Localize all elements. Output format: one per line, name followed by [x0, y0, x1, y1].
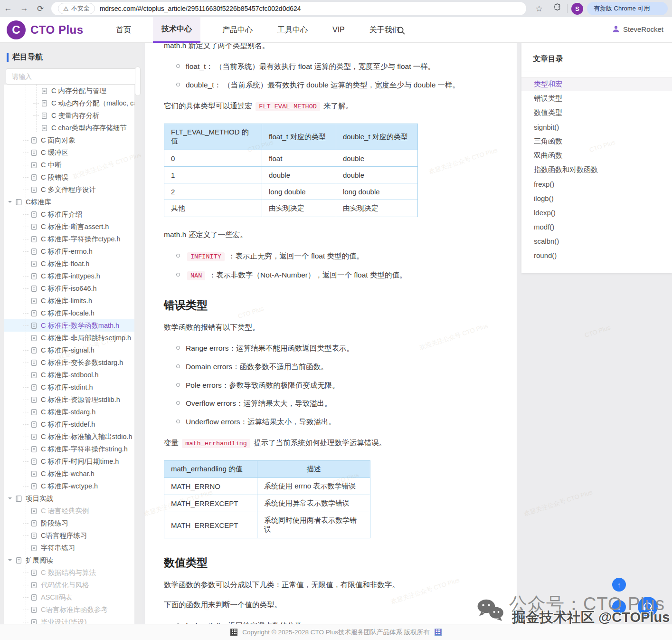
nav-item[interactable]: 首页 — [113, 17, 134, 43]
sidebar-item[interactable]: C语言标准库函数参考 — [4, 603, 134, 616]
sidebar-item[interactable]: C 标准库-标准输入输出stdio.h — [4, 430, 134, 443]
sidebar-item[interactable]: C 标准库-stddef.h — [4, 418, 134, 430]
doc-icon — [41, 100, 48, 107]
nav-item[interactable]: 工具中心 — [274, 17, 311, 43]
sidebar-item[interactable]: C 标准库-断言assert.h — [4, 220, 134, 233]
scroll-to-bottom-button[interactable]: ↓ — [612, 600, 626, 614]
doc-icon — [30, 162, 38, 169]
sidebar-item[interactable]: 毕业设计(毕设) — [4, 616, 134, 624]
security-chip[interactable]: ⚠ 不安全 — [58, 3, 95, 14]
nav-item[interactable]: 产品中心 — [219, 17, 256, 43]
doc-icon — [30, 359, 38, 366]
sidebar-item[interactable]: C 标准库-非局部跳转setjmp.h — [4, 332, 134, 344]
sidebar-item[interactable]: C 标准库-资源管理stdlib.h — [4, 393, 134, 406]
doc-icon — [30, 174, 38, 181]
sidebar-item[interactable]: C 标准库-数学函数math.h — [4, 319, 134, 332]
toc-item[interactable]: round() — [521, 248, 672, 262]
copyright-text: Copyright © 2025-2028 CTO Plus技术服务团队产品体系… — [242, 628, 430, 637]
forward-icon[interactable]: → — [16, 4, 32, 13]
reload-icon[interactable]: ⟳ — [32, 4, 48, 14]
toc-item[interactable]: 三角函数 — [521, 134, 672, 148]
sidebar-item[interactable]: C 标准库-wchar.h — [4, 468, 134, 480]
sidebar-search-input[interactable] — [6, 68, 138, 85]
qr-icon-color — [435, 629, 442, 636]
sidebar-item[interactable]: C 标准库-wctype.h — [4, 480, 134, 492]
chrome-update-button[interactable]: 有新版 Chrome 可用 — [587, 2, 668, 15]
user-menu[interactable]: SteveRocket — [612, 25, 663, 33]
toc-item[interactable]: frexp() — [521, 177, 672, 191]
sidebar-item[interactable]: C 标准库-stdint.h — [4, 381, 134, 393]
sidebar-item[interactable]: C 中断 — [4, 159, 134, 171]
bookmark-star-icon[interactable]: ☆ — [531, 4, 547, 14]
sidebar-item[interactable]: C char类型内存存储细节 — [4, 122, 134, 134]
nav-item[interactable]: VIP — [330, 17, 348, 43]
sidebar-item[interactable]: C 标准库-locale.h — [4, 307, 134, 319]
sidebar-item[interactable]: C 标准库-iso646.h — [4, 282, 134, 295]
sidebar-item[interactable]: C 标准库-float.h — [4, 258, 134, 270]
sidebar-item[interactable]: C 缓冲区 — [4, 146, 134, 159]
table-header-row: FLT_EVAL_METHOD 的值float_t 对应的类型double_t … — [164, 124, 418, 150]
sidebar-item-label: 字符串练习 — [41, 544, 76, 553]
sidebar-item[interactable]: C 数据结构与算法 — [4, 566, 134, 579]
sidebar-item[interactable]: C 标准库介绍 — [4, 208, 134, 220]
sidebar-item[interactable]: C 变量内存分析 — [4, 109, 134, 122]
toc-item[interactable]: 指数函数和对数函数 — [521, 162, 672, 177]
toc-item[interactable]: 双曲函数 — [521, 148, 672, 162]
sidebar-item[interactable]: C语言程序练习 — [4, 529, 134, 542]
toc-item[interactable]: modf() — [521, 220, 672, 234]
sidebar-item[interactable]: C 多文件程序设计 — [4, 183, 134, 196]
sidebar-item[interactable]: C标准库 — [4, 196, 134, 208]
sidebar-item[interactable]: C 标准库-stdarg.h — [4, 406, 134, 418]
toc-item[interactable]: ilogb() — [521, 191, 672, 205]
caret-down-icon[interactable] — [8, 496, 14, 501]
title-accent-bar — [7, 53, 9, 62]
caret-down-icon[interactable] — [8, 558, 14, 563]
sidebar-item[interactable]: C 标准库-signal.h — [4, 344, 134, 356]
sidebar-item[interactable]: C 标准库-errno.h — [4, 245, 134, 258]
sidebar-item[interactable]: C 标准库-limits.h — [4, 295, 134, 307]
toc-item[interactable]: 类型和宏 — [521, 77, 672, 91]
sidebar-item[interactable]: 字符串练习 — [4, 542, 134, 554]
url-bar[interactable]: ⚠ 不安全 mdrsec.com/#/ctoplus_article/29511… — [51, 2, 526, 15]
sidebar-item[interactable]: C 标准库-变长参数stdarg.h — [4, 356, 134, 369]
sidebar-item[interactable]: 代码优化与风格 — [4, 579, 134, 591]
sidebar-item[interactable]: C 标准库-字符操作ctype.h — [4, 233, 134, 245]
sidebar-item[interactable]: C 标准库-字符串操作string.h — [4, 443, 134, 455]
sidebar-item[interactable]: 扩展阅读 — [4, 554, 134, 566]
toc-item[interactable]: ldexp() — [521, 205, 672, 220]
browser-profile-avatar[interactable]: S — [571, 3, 583, 15]
sidebar-item[interactable]: C 标准库-时间/日期time.h — [4, 455, 134, 468]
security-label: 不安全 — [71, 4, 90, 13]
sidebar-item[interactable]: 阶段练习 — [4, 517, 134, 529]
logo[interactable]: C CTO Plus — [7, 20, 84, 39]
inline-code: math_errhandling — [182, 439, 250, 448]
customer-service-button[interactable] — [638, 597, 658, 617]
nav-item[interactable]: 技术中心 — [153, 17, 200, 43]
search-icon[interactable] — [396, 26, 406, 35]
sidebar-scrollbar[interactable] — [135, 67, 141, 96]
sidebar-item-label: 毕业设计(毕设) — [41, 618, 87, 624]
sidebar-item[interactable]: 项目实战 — [4, 492, 134, 505]
toolbar-divider — [567, 4, 568, 13]
toc-item[interactable]: 错误类型 — [521, 91, 672, 105]
sidebar-item[interactable]: C 语言经典实例 — [4, 505, 134, 517]
back-icon[interactable]: ← — [0, 4, 16, 13]
sidebar-item[interactable]: C 标准库-inttypes.h — [4, 270, 134, 282]
sidebar-item[interactable]: C 内存分配与管理 — [4, 85, 134, 97]
sidebar-item[interactable]: C 标准库-stdbool.h — [4, 369, 134, 381]
sidebar-item[interactable]: C 段错误 — [4, 171, 134, 183]
doc-icon — [30, 211, 38, 218]
toc-item[interactable]: scalbn() — [521, 234, 672, 248]
sidebar-item[interactable]: ASCII码表 — [4, 591, 134, 603]
extensions-icon[interactable] — [551, 3, 563, 14]
sidebar-item[interactable]: C 动态内存分配（malloc, ca... — [4, 97, 134, 109]
scroll-to-top-button[interactable]: ↑ — [612, 578, 626, 592]
toc-item[interactable]: signbit() — [521, 120, 672, 134]
toc-item[interactable]: 数值类型 — [521, 105, 672, 120]
puzzle-icon — [553, 3, 561, 11]
classify-function-list: fpclassify()：返回给定浮点数的分类。isfinite()：如果参数不… — [175, 621, 498, 624]
caret-down-icon[interactable] — [8, 200, 14, 204]
sidebar-item-label: C 中断 — [41, 161, 62, 170]
sidebar-item[interactable]: C 面向对象 — [4, 134, 134, 146]
doc-icon — [30, 606, 38, 613]
